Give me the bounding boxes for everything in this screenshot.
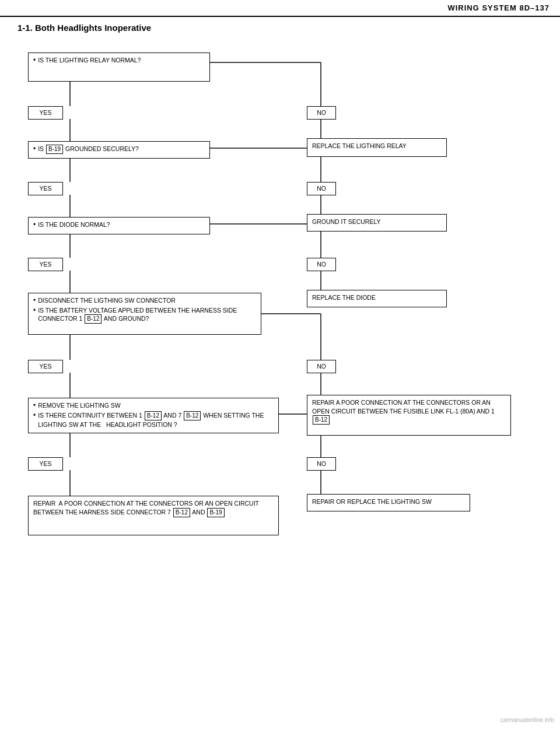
yes3-box: YES <box>28 258 63 271</box>
no1-box: NO <box>307 106 336 120</box>
watermark: carmanualonline.info <box>501 717 554 723</box>
q4-text1: DISCONNECT THE LIGTHING SW CONNECTOR <box>38 296 176 305</box>
q5-text1: REMOVE THE LIGHTING SW <box>38 401 121 410</box>
bullet-icon: • <box>33 220 36 229</box>
badge-b19: B-19 <box>46 145 63 154</box>
action-no3-box: REPLACE THE DIODE <box>307 290 447 307</box>
action-no4-text: REPAIR A POOR CONNECTION AT THE CONNECTO… <box>312 399 495 423</box>
bullet-icon: • <box>33 56 36 64</box>
action-no2-text: GROUND IT SECURELY <box>312 218 380 225</box>
action-no3-text: REPLACE THE DIODE <box>312 294 376 301</box>
badge-b12-q5a: B-12 <box>145 411 162 420</box>
no3-box: NO <box>307 258 336 271</box>
bullet-icon: • <box>33 401 36 409</box>
badge-b12-action4: B-12 <box>313 415 330 425</box>
yes1-label: YES <box>39 109 51 116</box>
q4-text2: IS THE BATTERY VOLTAGE APPLIED BETWEEN T… <box>38 306 256 324</box>
action-no5-box: REPAIR OR REPLACE THE LIGHTING SW <box>307 494 470 511</box>
q3-box: • IS THE DIODE NORMAL? <box>28 217 210 234</box>
badge-b12-q4: B-12 <box>85 314 102 324</box>
badge-b12-q5b: B-12 <box>184 411 201 420</box>
q1-text: IS THE LIGHTING RELAY NORMAL? <box>38 56 141 65</box>
yes5-box: YES <box>28 457 63 471</box>
bullet-icon: • <box>33 296 36 304</box>
no2-box: NO <box>307 182 336 195</box>
action-no1-text: REPLACE THE LIGTHING RELAY <box>312 142 407 149</box>
no2-label: NO <box>317 185 326 192</box>
yes2-box: YES <box>28 182 63 195</box>
bullet-icon: • <box>33 306 36 314</box>
yes4-box: YES <box>28 360 63 373</box>
bullet-icon: • <box>33 145 36 153</box>
badge-b12-yes5: B-12 <box>173 508 190 517</box>
q2-text: IS B-19 GROUNDED SECURELY? <box>38 145 139 154</box>
action-no4-box: REPAIR A POOR CONNECTION AT THE CONNECTO… <box>307 395 511 436</box>
no5-label: NO <box>317 460 326 467</box>
yes3-label: YES <box>39 261 51 268</box>
q4-box: • DISCONNECT THE LIGTHING SW CONNECTOR •… <box>28 293 261 335</box>
action-no5-text: REPAIR OR REPLACE THE LIGHTING SW <box>312 498 432 505</box>
bullet-icon: • <box>33 411 36 419</box>
connector-lines <box>18 42 531 684</box>
q1-box: • IS THE LIGHTING RELAY NORMAL? <box>28 52 210 82</box>
action-no2-box: GROUND IT SECURELY <box>307 214 447 232</box>
no5-box: NO <box>307 457 336 471</box>
action-yes5-text: REPAIR A POOR CONNECTION AT THE CONNECTO… <box>33 500 259 516</box>
badge-b19-yes5: B-19 <box>207 508 224 517</box>
page-title: WIRING SYSTEM 8D–137 <box>447 3 550 12</box>
yes1-box: YES <box>28 106 63 120</box>
q2-box: • IS B-19 GROUNDED SECURELY? <box>28 141 210 159</box>
page-header: WIRING SYSTEM 8D–137 <box>0 0 560 17</box>
q5-text2: IS THERE CONTINUITY BETWEEN 1 B-12 AND 7… <box>38 411 274 429</box>
no4-label: NO <box>317 363 326 370</box>
yes2-label: YES <box>39 185 51 192</box>
action-no1-box: REPLACE THE LIGTHING RELAY <box>307 138 447 157</box>
section-title: 1-1. Both Headlights Inoperative <box>18 23 542 33</box>
yes5-label: YES <box>39 460 51 467</box>
yes4-label: YES <box>39 363 51 370</box>
action-yes5-box: REPAIR A POOR CONNECTION AT THE CONNECTO… <box>28 496 279 535</box>
no4-box: NO <box>307 360 336 373</box>
no3-label: NO <box>317 261 326 268</box>
q3-text: IS THE DIODE NORMAL? <box>38 220 110 229</box>
no1-label: NO <box>317 109 326 116</box>
q5-box: • REMOVE THE LIGHTING SW • IS THERE CONT… <box>28 398 279 433</box>
